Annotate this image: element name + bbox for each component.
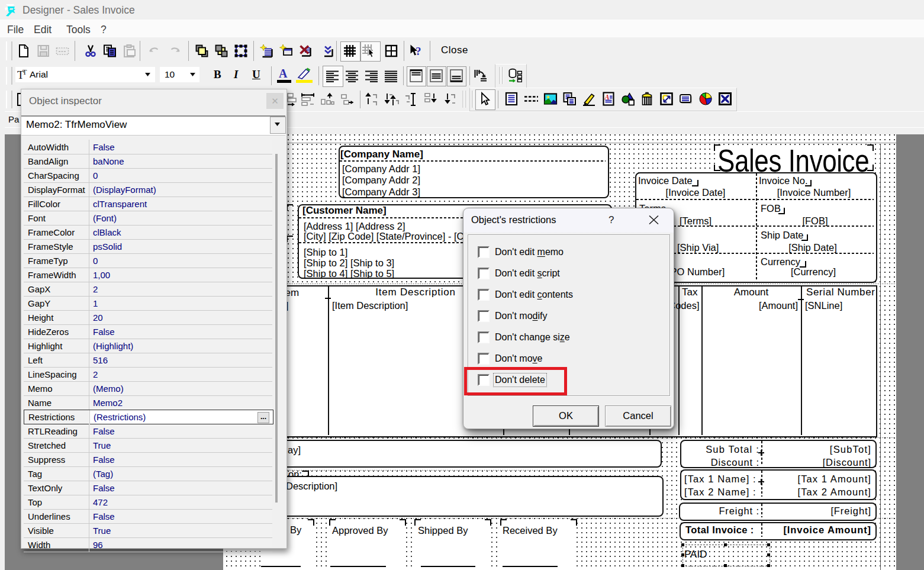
svg-text:A: A [604,93,610,101]
svg-text:?: ? [416,45,421,57]
svg-text:T: T [22,69,27,76]
